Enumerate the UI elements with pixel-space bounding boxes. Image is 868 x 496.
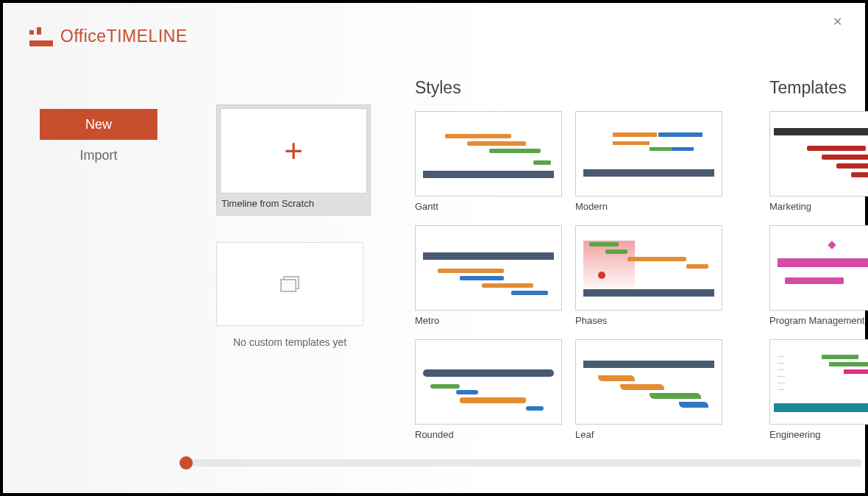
custom-templates-label: No custom templates yet <box>216 336 363 348</box>
style-leaf-label: Leaf <box>575 425 722 440</box>
template-program-management-label: Program Management <box>769 311 868 326</box>
styles-column: Styles Gantt Modern <box>415 78 739 440</box>
template-program-management-tile[interactable]: Program Management <box>769 225 868 326</box>
first-column: + Timeline from Scratch No custom templa… <box>216 104 371 348</box>
horizontal-scrollbar-thumb[interactable] <box>179 456 193 470</box>
style-modern-label: Modern <box>575 196 722 212</box>
app-logo: OfficeTIMELINE <box>29 26 188 46</box>
templates-heading: Templates <box>769 78 868 98</box>
style-rounded-tile[interactable]: Rounded <box>415 339 562 440</box>
style-rounded-label: Rounded <box>415 425 562 440</box>
template-marketing-tile[interactable]: Marketing <box>769 111 868 212</box>
gallery-area: Styles Gantt Modern <box>415 78 868 453</box>
nav-import-button[interactable]: Import <box>40 140 157 171</box>
style-phases-thumbnail <box>575 225 722 311</box>
template-engineering-thumbnail: ———————————— <box>769 339 868 425</box>
plus-icon: + <box>284 135 303 167</box>
style-modern-thumbnail <box>575 111 722 196</box>
style-phases-label: Phases <box>575 311 722 326</box>
sidebar-nav: New Import <box>40 109 157 171</box>
scratch-label: Timeline from Scratch <box>220 194 367 212</box>
templates-grid: Marketing Program Management ———————————… <box>769 111 868 440</box>
style-metro-tile[interactable]: Metro <box>415 225 562 326</box>
new-timeline-modal: OfficeTIMELINE New Import + Timeline fro… <box>3 3 865 493</box>
stacked-templates-icon <box>280 276 299 292</box>
brand-suffix: TIMELINE <box>107 26 188 46</box>
nav-new-button[interactable]: New <box>40 109 157 140</box>
app-title: OfficeTIMELINE <box>60 26 188 46</box>
horizontal-scrollbar-track[interactable] <box>179 459 862 467</box>
styles-grid: Gantt Modern Metro <box>415 111 739 440</box>
style-gantt-tile[interactable]: Gantt <box>415 111 562 212</box>
template-program-management-thumbnail <box>769 225 868 311</box>
custom-templates-card[interactable] <box>216 242 363 326</box>
style-modern-tile[interactable]: Modern <box>575 111 722 212</box>
template-marketing-label: Marketing <box>769 196 868 212</box>
templates-column: Templates Marketing Program Managem <box>769 78 868 440</box>
style-metro-thumbnail <box>415 225 562 311</box>
style-leaf-thumbnail <box>575 339 722 425</box>
template-engineering-tile[interactable]: ———————————— Engineering <box>769 339 868 440</box>
style-gantt-label: Gantt <box>415 196 562 212</box>
officetimeline-icon <box>29 27 53 46</box>
timeline-from-scratch-card[interactable]: + Timeline from Scratch <box>216 104 371 216</box>
style-rounded-thumbnail <box>415 339 562 425</box>
close-icon[interactable] <box>833 16 844 28</box>
template-engineering-label: Engineering <box>769 425 868 440</box>
style-gantt-thumbnail <box>415 111 562 196</box>
scratch-preview: + <box>220 108 367 194</box>
style-phases-tile[interactable]: Phases <box>575 225 722 326</box>
template-marketing-thumbnail <box>769 111 868 196</box>
style-leaf-tile[interactable]: Leaf <box>575 339 722 440</box>
brand-prefix: Office <box>60 26 107 46</box>
style-metro-label: Metro <box>415 311 562 326</box>
styles-heading: Styles <box>415 78 739 98</box>
